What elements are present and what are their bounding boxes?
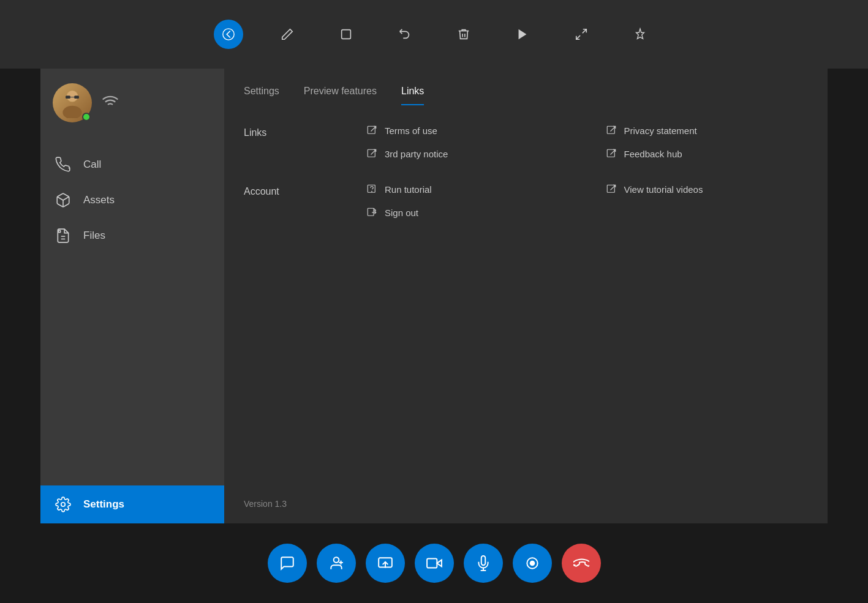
sidebar-item-assets-label: Assets <box>83 194 115 206</box>
svg-point-39 <box>529 561 535 566</box>
version-text: Version 1.3 <box>244 499 808 523</box>
content-area: Settings Preview features Links Links <box>224 69 828 523</box>
cube-icon <box>55 192 71 208</box>
feedback-hub-label: Feedback hub <box>624 149 682 159</box>
svg-point-4 <box>62 106 81 118</box>
svg-point-24 <box>372 191 372 192</box>
chat-icon <box>279 555 295 571</box>
screen-icon <box>377 555 393 571</box>
third-party-notice-link[interactable]: 3rd party notice <box>366 148 569 159</box>
run-tutorial-label: Run tutorial <box>385 184 432 195</box>
pen-button[interactable] <box>273 20 302 49</box>
feedback-hub-link[interactable]: Feedback hub <box>606 148 809 159</box>
links-section: Links Terms of use <box>244 125 808 159</box>
view-tutorial-videos-link[interactable]: View tutorial videos <box>606 184 809 195</box>
bottom-bar <box>0 523 868 603</box>
sidebar-nav: Call Assets Files <box>40 135 224 485</box>
svg-rect-21 <box>607 149 614 157</box>
account-section: Account Run tutorial <box>244 184 808 218</box>
pin-button[interactable] <box>625 20 655 49</box>
record-icon <box>524 555 540 571</box>
svg-rect-35 <box>427 558 437 567</box>
external-link-icon <box>366 125 377 136</box>
svg-rect-7 <box>74 96 79 99</box>
add-person-icon <box>328 555 344 571</box>
mic-button[interactable] <box>464 544 503 583</box>
online-status <box>82 113 91 121</box>
links-section-label: Links <box>244 125 342 159</box>
settings-icon <box>55 496 71 512</box>
external-link-icon <box>606 148 617 159</box>
delete-button[interactable] <box>449 20 478 49</box>
svg-rect-27 <box>368 208 374 215</box>
chat-button[interactable] <box>268 544 307 583</box>
account-grid: Run tutorial View tutorial videos <box>366 184 808 218</box>
connection-icon <box>102 93 119 113</box>
external-link-icon <box>606 184 617 195</box>
svg-point-0 <box>222 29 233 40</box>
sidebar-header <box>40 69 224 135</box>
run-tutorial-link[interactable]: Run tutorial <box>366 184 569 195</box>
video-button[interactable] <box>415 544 454 583</box>
phone-icon <box>55 157 71 173</box>
undo-button[interactable] <box>390 20 420 49</box>
screen-share-button[interactable] <box>366 544 405 583</box>
external-link-icon <box>366 148 377 159</box>
sidebar-item-call-label: Call <box>83 159 101 171</box>
phone-end-icon <box>573 555 589 571</box>
svg-point-29 <box>333 557 339 563</box>
stop-button[interactable] <box>331 20 361 49</box>
svg-rect-13 <box>58 230 60 232</box>
signout-icon <box>366 207 377 218</box>
svg-rect-15 <box>368 126 375 133</box>
svg-rect-19 <box>368 149 375 157</box>
sidebar-item-call[interactable]: Call <box>40 147 224 182</box>
tab-links[interactable]: Links <box>401 86 424 105</box>
sign-out-link[interactable]: Sign out <box>366 207 569 218</box>
play-button[interactable] <box>508 20 537 49</box>
tabs: Settings Preview features Links <box>244 69 808 105</box>
settings-content: Links Terms of use <box>244 105 808 499</box>
terms-of-use-link[interactable]: Terms of use <box>366 125 569 136</box>
account-section-label: Account <box>244 184 342 218</box>
settings-nav-item[interactable]: Settings <box>40 485 224 523</box>
third-party-notice-label: 3rd party notice <box>385 149 448 159</box>
sidebar-item-files[interactable]: Files <box>40 218 224 253</box>
svg-rect-17 <box>607 126 614 133</box>
svg-marker-2 <box>518 29 526 40</box>
end-call-button[interactable] <box>562 544 601 583</box>
help-icon <box>366 184 377 195</box>
settings-nav-label: Settings <box>83 498 124 511</box>
svg-rect-1 <box>341 30 350 39</box>
privacy-statement-link[interactable]: Privacy statement <box>606 125 809 136</box>
view-tutorial-videos-label: View tutorial videos <box>624 184 703 195</box>
svg-rect-25 <box>607 185 614 192</box>
mic-icon <box>475 555 491 571</box>
svg-rect-6 <box>66 96 70 99</box>
svg-marker-34 <box>437 560 442 567</box>
sign-out-label: Sign out <box>385 208 418 218</box>
record-button[interactable] <box>513 544 552 583</box>
back-button[interactable] <box>214 20 243 49</box>
tab-preview-features[interactable]: Preview features <box>304 86 377 105</box>
tab-settings[interactable]: Settings <box>244 86 279 105</box>
external-link-icon <box>606 125 617 136</box>
expand-button[interactable] <box>567 20 596 49</box>
sidebar: Call Assets Files <box>40 69 224 523</box>
svg-point-14 <box>61 503 66 507</box>
avatar <box>53 83 92 122</box>
terms-of-use-label: Terms of use <box>385 125 437 136</box>
add-participant-button[interactable] <box>317 544 356 583</box>
sidebar-item-files-label: Files <box>83 230 105 242</box>
top-toolbar <box>0 0 868 69</box>
video-icon <box>426 555 442 571</box>
links-grid: Terms of use Privacy statement <box>366 125 808 159</box>
privacy-statement-label: Privacy statement <box>624 125 697 136</box>
main-area: Call Assets Files <box>40 69 828 523</box>
files-icon <box>55 228 71 244</box>
sidebar-item-assets[interactable]: Assets <box>40 182 224 218</box>
